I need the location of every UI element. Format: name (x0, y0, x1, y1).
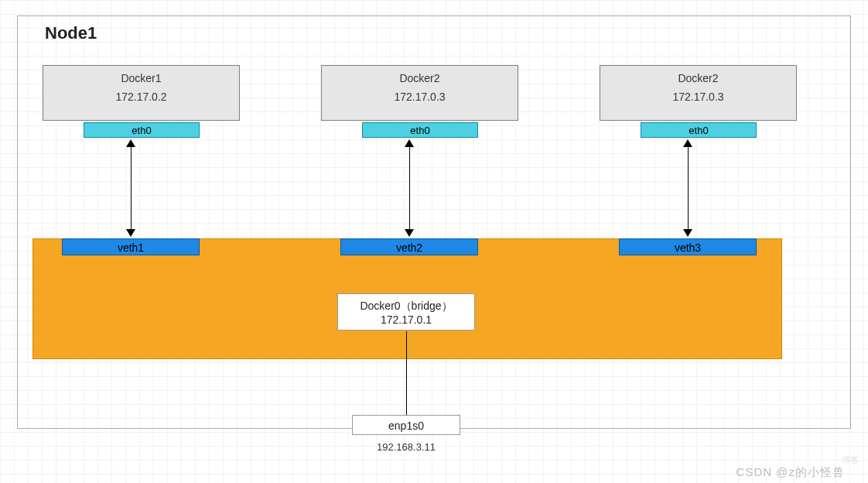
watermark-csdn: CSDN @z的小怪兽 (736, 465, 845, 480)
docker-box-2: Docker2 172.17.0.3 (321, 65, 518, 121)
docker-ip: 172.17.0.3 (322, 91, 518, 103)
docker-name: Docker2 (600, 72, 796, 84)
docker-box-3: Docker2 172.17.0.3 (600, 65, 797, 121)
arrow-down-icon (405, 229, 414, 237)
eth-port-2: eth0 (362, 122, 478, 138)
line-icon (688, 146, 689, 231)
eth-port-1: eth0 (84, 122, 200, 138)
eth-port-3: eth0 (641, 122, 757, 138)
bridge-ip: 172.17.0.1 (338, 313, 474, 327)
line-icon (409, 146, 410, 231)
docker-box-1: Docker1 172.17.0.2 (43, 65, 240, 121)
connector-bridge-nic (402, 331, 411, 415)
line-icon (131, 146, 132, 231)
arrow-down-icon (683, 229, 692, 237)
docker-ip: 172.17.0.2 (43, 91, 239, 103)
bridge-name: Docker0（bridge） (338, 299, 474, 313)
diagram-canvas: Node1 Docker1 172.17.0.2 eth0 Docker2 17… (0, 0, 868, 483)
veth-port-3: veth3 (619, 238, 757, 255)
node-title: Node1 (45, 23, 97, 43)
docker-name: Docker2 (322, 72, 518, 84)
veth-port-1: veth1 (62, 238, 200, 255)
docker-name: Docker1 (43, 72, 239, 84)
line-icon (406, 331, 407, 415)
host-nic-box: enp1s0 (352, 415, 460, 435)
connector-3 (683, 139, 692, 237)
arrow-down-icon (126, 229, 135, 237)
docker-ip: 172.17.0.3 (600, 91, 796, 103)
bridge-label: Docker0（bridge） 172.17.0.1 (337, 293, 475, 331)
host-nic-ip: 192.168.3.11 (352, 441, 460, 453)
connector-1 (126, 139, 135, 237)
veth-port-2: veth2 (340, 238, 478, 255)
watermark-faint: 博客 (842, 454, 859, 466)
connector-2 (405, 139, 414, 237)
